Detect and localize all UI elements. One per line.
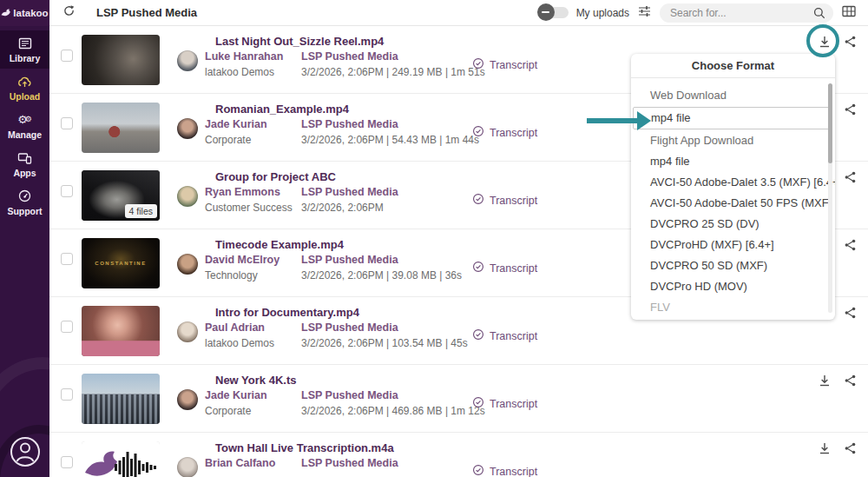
account-button[interactable] [0, 435, 49, 472]
uploader-name-link[interactable]: Luke Hanrahan [205, 50, 283, 63]
share-button[interactable] [843, 305, 858, 320]
sidebar-nav: Library Upload ⚙⚙ Manage Apps [0, 30, 49, 222]
sidebar-item-manage[interactable]: ⚙⚙ Manage [0, 107, 49, 145]
media-thumbnail[interactable] [82, 374, 160, 424]
media-title-link[interactable]: Intro for Documentary.mp4 [215, 306, 359, 319]
media-title-link[interactable]: New York 4K.ts [215, 374, 296, 387]
channel-link[interactable]: LSP Pushed Media [301, 457, 398, 469]
my-uploads-label: My uploads [576, 7, 629, 19]
media-thumbnail[interactable] [82, 35, 160, 85]
sidebar-item-apps[interactable]: Apps [0, 145, 49, 183]
transcript-link[interactable]: Transcript [472, 464, 537, 477]
transcript-check-icon [472, 464, 484, 477]
latakoo-logo[interactable]: latakoo [0, 0, 49, 26]
channel-link[interactable]: LSP Pushed Media [301, 118, 479, 130]
uploader-avatar[interactable] [177, 118, 198, 139]
media-thumbnail[interactable]: CONSTANTINE [82, 238, 160, 288]
uploader-name-link[interactable]: Jade Kurian [205, 118, 267, 130]
format-option-mp4-web[interactable]: mp4 file [633, 107, 830, 129]
format-option-flv[interactable]: FLV [631, 297, 835, 318]
media-thumbnail[interactable] [82, 306, 160, 356]
share-button[interactable] [843, 102, 858, 116]
grid-view-icon [842, 5, 856, 21]
download-button[interactable] [817, 34, 832, 49]
share-button[interactable] [843, 373, 858, 388]
format-option-avci50-50fps[interactable]: AVCI-50 Adobe-Dalet 50 FPS (MXF) [6.5.21… [631, 193, 835, 214]
sidebar-item-label: Manage [8, 129, 42, 140]
row-checkbox[interactable] [61, 117, 73, 129]
uploader-avatar[interactable] [177, 186, 198, 207]
transcript-link[interactable]: Transcript [472, 328, 537, 343]
share-button[interactable] [843, 169, 858, 184]
format-option-dvcprohd-mxf[interactable]: DVCProHD (MXF) [6.4+] [631, 235, 835, 255]
download-button[interactable] [817, 373, 832, 388]
share-button[interactable] [843, 441, 858, 455]
media-thumbnail[interactable] [82, 103, 160, 153]
sidebar-item-library[interactable]: Library [0, 30, 49, 69]
files-count-badge: 4 files [125, 204, 157, 218]
uploader-name-link[interactable]: Jade Kurian [205, 389, 267, 401]
transcript-link[interactable]: Transcript [472, 261, 537, 275]
media-details: 3/2/2026, 2:06PM | 469.86 MB | 1m 12s [301, 405, 485, 417]
uploader-org: Corporate [205, 405, 267, 417]
uploader-avatar[interactable] [177, 50, 198, 71]
channel-link[interactable]: LSP Pushed Media [301, 389, 485, 401]
format-option-avci50-35[interactable]: AVCI-50 Adobe-Dalet 3.5 (MXF) [6.4+] [631, 172, 835, 193]
row-checkbox[interactable] [61, 388, 73, 401]
channel-link[interactable]: LSP Pushed Media [301, 186, 398, 198]
sidebar: latakoo Library Upload ⚙⚙ Manage [0, 0, 49, 477]
download-button[interactable] [817, 441, 832, 455]
uploader-name-link[interactable]: Ryan Emmons [205, 186, 293, 198]
media-title-link[interactable]: Group for Project ABC [215, 170, 336, 183]
media-title-link[interactable]: Timecode Example.mp4 [215, 238, 344, 251]
media-title-link[interactable]: Romanian_Example.mp4 [215, 103, 349, 116]
transcript-link[interactable]: Transcript [472, 57, 537, 72]
uploader-name-link[interactable]: Paul Adrian [205, 321, 274, 334]
transcript-link[interactable]: Transcript [472, 193, 537, 208]
channel-link[interactable]: LSP Pushed Media [301, 50, 485, 63]
format-option-dvcpro50[interactable]: DVCPRO 50 SD (MXF) [631, 255, 835, 276]
my-uploads-toggle[interactable] [539, 7, 569, 18]
filter-sliders-button[interactable] [637, 5, 652, 20]
share-button[interactable] [843, 34, 858, 49]
dropdown-scrollbar-thumb[interactable] [828, 83, 832, 163]
format-option-dvcpro25[interactable]: DVCPRO 25 SD (DV) [631, 214, 835, 235]
uploader-avatar[interactable] [177, 321, 198, 342]
media-thumbnail[interactable]: 4 files [82, 170, 160, 221]
channel-link[interactable]: LSP Pushed Media [301, 321, 468, 334]
transcript-check-icon [472, 261, 484, 275]
search-icon[interactable] [813, 7, 825, 19]
row-checkbox[interactable] [61, 456, 73, 468]
media-thumbnail[interactable] [82, 441, 160, 477]
format-option-mp4-flight[interactable]: mp4 file [631, 151, 835, 172]
row-checkbox[interactable] [61, 185, 73, 197]
row-checkbox[interactable] [61, 321, 73, 333]
sidebar-item-upload[interactable]: Upload [0, 69, 49, 107]
uploader-avatar[interactable] [177, 254, 198, 275]
sidebar-item-label: Upload [10, 91, 41, 102]
uploader-org: latakoo Demos [205, 66, 283, 78]
channel-link[interactable]: LSP Pushed Media [301, 254, 462, 266]
header-bar: LSP Pushed Media My uploads [49, 0, 868, 26]
transcript-link[interactable]: Transcript [472, 125, 537, 140]
uploader-name-link[interactable]: David McElroy [205, 254, 279, 266]
uploader-name-link[interactable]: Brian Calfano [205, 457, 275, 469]
grid-view-button[interactable] [841, 5, 856, 20]
refresh-button[interactable] [62, 4, 76, 21]
media-title-link[interactable]: Town Hall Live Transcription.m4a [215, 441, 394, 454]
uploader-avatar[interactable] [177, 457, 198, 477]
format-option-dvcprohd-mov[interactable]: DVCPro HD (MOV) [631, 276, 835, 297]
media-title-link[interactable]: Last Night Out_Sizzle Reel.mp4 [215, 35, 384, 48]
uploader-avatar[interactable] [177, 389, 198, 410]
row-checkbox[interactable] [61, 50, 73, 62]
toggle-knob [537, 3, 555, 21]
devices-icon [17, 151, 32, 165]
sidebar-item-support[interactable]: Support [0, 183, 49, 222]
upload-cloud-icon [17, 75, 32, 89]
bird-logo-icon [1, 8, 11, 19]
search-input[interactable] [660, 7, 813, 19]
share-button[interactable] [843, 237, 858, 252]
transcript-link[interactable]: Transcript [472, 396, 537, 411]
row-checkbox[interactable] [61, 253, 73, 265]
transcript-label: Transcript [490, 466, 537, 477]
